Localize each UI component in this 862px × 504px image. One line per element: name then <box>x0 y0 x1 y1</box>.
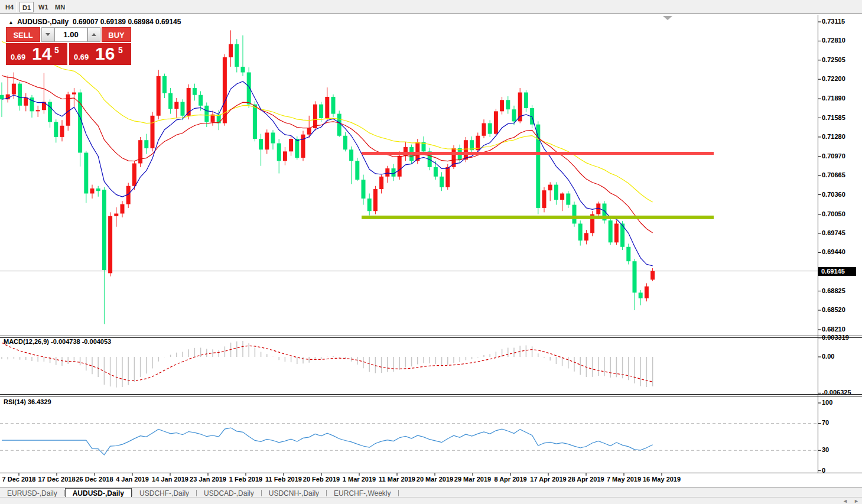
candle-body <box>36 110 40 111</box>
candle-body <box>151 116 155 148</box>
candle-body <box>114 213 118 216</box>
candle-body <box>307 128 311 135</box>
price-tick-label: 0.69440 <box>822 248 845 255</box>
rsi-tick-label: 100 <box>822 399 832 406</box>
date-tick-label: 26 Dec 2018 <box>76 476 113 483</box>
price-tick-label: 0.72505 <box>822 56 845 63</box>
candle-body <box>633 261 637 292</box>
collapse-panel-icon[interactable]: ▲ <box>8 19 14 25</box>
candle-body <box>157 76 161 116</box>
date-tick-label: 17 Dec 2018 <box>38 476 76 483</box>
panel-separator[interactable] <box>0 396 862 396</box>
candle-body <box>144 140 148 148</box>
symbol-tab-audusd[interactable]: AUDUSD-,Daily <box>65 488 132 498</box>
candle-body <box>331 97 336 114</box>
price-tick-label: 0.72810 <box>822 37 845 44</box>
candle-body <box>162 76 167 93</box>
chart-canvas[interactable] <box>0 0 862 504</box>
candle-body <box>199 95 203 106</box>
rsi-tick-label: 30 <box>822 446 829 453</box>
buy-price-box[interactable]: 0.69 16 5 <box>69 43 131 65</box>
candle-body <box>554 185 558 200</box>
panel-separator[interactable] <box>0 336 862 336</box>
tab-scroll-strip[interactable]: ◄ ► <box>0 497 862 504</box>
sell-price-box[interactable]: 0.69 14 5 <box>6 43 67 65</box>
candle-body <box>614 223 619 242</box>
candle-body <box>193 88 197 95</box>
candle-body <box>24 97 28 106</box>
candle-body <box>343 136 347 149</box>
candle-body <box>259 139 263 149</box>
candle-body <box>578 223 583 240</box>
buy-price-pip: 5 <box>118 45 123 55</box>
candle-body <box>385 168 389 177</box>
candle-body <box>12 84 16 95</box>
price-tick-label: 0.71585 <box>822 114 845 121</box>
date-tick-label: 11 Mar 2019 <box>379 476 415 483</box>
candle-body <box>506 100 510 109</box>
price-tick-label: 0.72200 <box>822 75 845 82</box>
tab-scroll-right-icon[interactable]: ► <box>854 498 859 504</box>
macd-tick-label: 0.003319 <box>822 334 849 341</box>
price-tick-label: 0.69745 <box>822 229 845 236</box>
date-tick-label: 7 Dec 2018 <box>2 476 36 483</box>
macd-tick-label: 0.00 <box>822 353 834 360</box>
candle-body <box>367 199 372 211</box>
rsi-line <box>2 428 653 455</box>
chart-shift-marker-icon[interactable] <box>663 16 672 20</box>
date-tick-label: 17 Apr 2019 <box>530 476 566 483</box>
tab-scroll-left-icon[interactable]: ◄ <box>843 498 848 504</box>
volume-increase-button[interactable] <box>87 27 100 42</box>
candle-body <box>440 177 444 187</box>
candle-body <box>464 140 468 160</box>
panel-separator[interactable] <box>0 337 862 338</box>
price-tick-label: 0.71890 <box>822 95 845 102</box>
macd-signal-line <box>2 343 653 382</box>
candle-body <box>560 193 564 200</box>
price-tick-label: 0.68825 <box>822 287 845 294</box>
candle-body <box>96 188 100 191</box>
candle-body <box>500 100 504 111</box>
rsi-label: RSI(14) 36.4329 <box>4 398 51 405</box>
date-tick-label: 29 Mar 2019 <box>454 476 491 483</box>
symbol-name: AUDUSD-,Daily <box>17 18 69 26</box>
chart-bottom-border <box>0 473 862 473</box>
volume-input[interactable]: 1.00 <box>54 27 87 42</box>
candle-body <box>626 247 630 261</box>
date-tick-label: 16 May 2019 <box>643 476 681 483</box>
price-tick-label: 0.73115 <box>822 18 845 25</box>
candle-body <box>398 156 402 177</box>
candle-body <box>434 167 438 177</box>
candle-body <box>72 92 76 94</box>
symbol-tab-bar: EURUSD-,DailyAUDUSD-,DailyUSDCHF-,DailyU… <box>0 487 862 497</box>
date-tick-label: 1 Mar 2019 <box>343 476 376 483</box>
buy-price-main: 16 <box>95 44 115 64</box>
candle-body <box>645 287 649 298</box>
candle-body <box>482 123 486 136</box>
buy-button[interactable]: BUY <box>102 27 131 42</box>
candle-body <box>174 102 178 109</box>
panel-separator[interactable] <box>0 394 862 395</box>
candle-body <box>277 144 281 161</box>
date-tick-label: 28 Apr 2019 <box>568 476 604 483</box>
price-tick-label: 0.70050 <box>822 210 845 217</box>
sell-button[interactable]: SELL <box>6 27 40 42</box>
rsi-tick-label: 0 <box>822 467 825 474</box>
triangle-down-icon <box>45 33 50 36</box>
candle-body <box>542 190 547 208</box>
candle-body <box>512 109 516 121</box>
mt4-chart-window: { "toolbar": { "timeframes": [ {"label":… <box>0 0 862 504</box>
price-tick-label: 0.71280 <box>822 133 845 140</box>
candle-body <box>102 190 106 270</box>
candle-body <box>241 67 245 73</box>
price-tick-label: 0.68210 <box>822 326 845 333</box>
volume-decrease-button[interactable] <box>41 27 54 42</box>
candle-body <box>235 44 239 67</box>
candle-body <box>319 105 323 118</box>
date-tick-label: 7 May 2019 <box>607 476 641 483</box>
candle-body <box>121 204 125 214</box>
candle-body <box>247 72 251 104</box>
support-hline <box>362 216 714 219</box>
candle-body <box>313 105 317 128</box>
date-tick-label: 23 Jan 2019 <box>190 476 226 483</box>
